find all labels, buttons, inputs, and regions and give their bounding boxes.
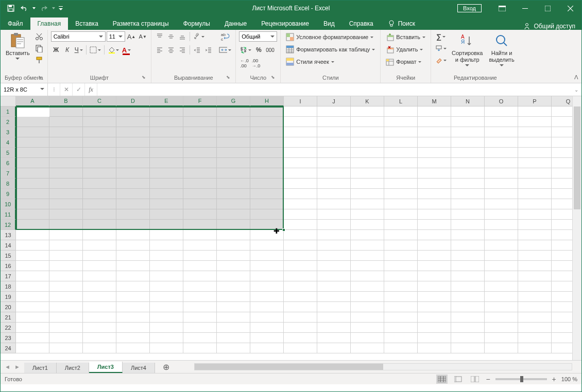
cell[interactable] bbox=[351, 189, 384, 199]
cell[interactable] bbox=[250, 230, 284, 240]
cell[interactable] bbox=[83, 292, 116, 302]
cell[interactable] bbox=[16, 158, 49, 168]
cell[interactable] bbox=[83, 240, 116, 251]
cell[interactable] bbox=[317, 271, 351, 281]
cell[interactable] bbox=[183, 333, 217, 343]
cell[interactable] bbox=[518, 106, 552, 117]
cell[interactable] bbox=[284, 189, 317, 199]
italic-button[interactable]: К bbox=[62, 45, 73, 55]
cell[interactable] bbox=[83, 271, 116, 281]
cell[interactable] bbox=[351, 209, 384, 220]
cell[interactable] bbox=[485, 312, 518, 323]
cell[interactable] bbox=[116, 333, 150, 343]
cell[interactable] bbox=[518, 271, 552, 281]
cell[interactable] bbox=[317, 127, 351, 137]
cell[interactable] bbox=[485, 127, 518, 137]
cell[interactable] bbox=[116, 189, 150, 199]
cell[interactable] bbox=[317, 199, 351, 209]
cell[interactable] bbox=[451, 199, 485, 209]
cell[interactable] bbox=[183, 251, 217, 261]
cell[interactable] bbox=[150, 261, 183, 271]
cell[interactable] bbox=[451, 158, 485, 168]
cell[interactable] bbox=[83, 302, 116, 312]
maximize-button[interactable] bbox=[536, 1, 559, 16]
cell[interactable] bbox=[49, 168, 83, 179]
cell[interactable] bbox=[250, 333, 284, 343]
row-header[interactable]: 19 bbox=[1, 292, 16, 302]
cell[interactable] bbox=[250, 292, 284, 302]
cell[interactable] bbox=[384, 292, 418, 302]
cell[interactable] bbox=[418, 292, 451, 302]
cell[interactable] bbox=[485, 209, 518, 220]
cell[interactable] bbox=[451, 117, 485, 127]
comma-button[interactable]: 000 bbox=[265, 45, 276, 55]
cell[interactable] bbox=[418, 148, 451, 158]
cell[interactable] bbox=[217, 117, 250, 127]
cell[interactable] bbox=[49, 230, 83, 240]
cell[interactable] bbox=[217, 292, 250, 302]
fill-color-button[interactable] bbox=[107, 45, 120, 55]
cell[interactable] bbox=[418, 127, 451, 137]
cell[interactable] bbox=[351, 261, 384, 271]
cell[interactable] bbox=[183, 220, 217, 230]
cell[interactable] bbox=[284, 148, 317, 158]
cell[interactable] bbox=[351, 148, 384, 158]
copy-button[interactable] bbox=[34, 43, 44, 54]
cell[interactable] bbox=[150, 148, 183, 158]
cell[interactable] bbox=[16, 343, 49, 353]
formula-dropdown[interactable]: ⁝ bbox=[48, 83, 60, 96]
cell[interactable] bbox=[351, 230, 384, 240]
cell[interactable] bbox=[250, 127, 284, 137]
cell[interactable] bbox=[49, 148, 83, 158]
cell[interactable] bbox=[217, 168, 250, 179]
cell[interactable] bbox=[451, 220, 485, 230]
sheet-tab[interactable]: Лист4 bbox=[123, 363, 155, 373]
cell[interactable] bbox=[16, 251, 49, 261]
bold-button[interactable]: Ж bbox=[51, 45, 61, 55]
cell[interactable] bbox=[217, 333, 250, 343]
cell[interactable] bbox=[485, 292, 518, 302]
cell[interactable] bbox=[83, 106, 116, 117]
cell[interactable] bbox=[485, 168, 518, 179]
cell[interactable] bbox=[284, 261, 317, 271]
cell[interactable] bbox=[485, 271, 518, 281]
cell[interactable] bbox=[83, 209, 116, 220]
cell[interactable] bbox=[16, 117, 49, 127]
cell[interactable] bbox=[217, 302, 250, 312]
cell[interactable] bbox=[250, 281, 284, 292]
cell[interactable] bbox=[451, 343, 485, 353]
cell[interactable] bbox=[16, 137, 49, 148]
cell[interactable] bbox=[518, 127, 552, 137]
cell[interactable] bbox=[150, 106, 183, 117]
cell[interactable] bbox=[116, 251, 150, 261]
cell[interactable] bbox=[49, 323, 83, 333]
cell[interactable] bbox=[49, 179, 83, 189]
cell[interactable] bbox=[485, 117, 518, 127]
cell[interactable] bbox=[384, 137, 418, 148]
cell[interactable] bbox=[16, 127, 49, 137]
cell[interactable] bbox=[485, 106, 518, 117]
expand-formula-bar[interactable]: ⌄ bbox=[571, 83, 581, 96]
cell[interactable] bbox=[83, 343, 116, 353]
cell[interactable] bbox=[518, 168, 552, 179]
cell[interactable] bbox=[284, 312, 317, 323]
cell[interactable] bbox=[485, 302, 518, 312]
undo-button[interactable] bbox=[18, 2, 30, 14]
find-select-button[interactable]: Найти и выделить bbox=[487, 31, 516, 67]
cell[interactable] bbox=[284, 251, 317, 261]
cell[interactable] bbox=[183, 281, 217, 292]
column-header[interactable]: G bbox=[217, 96, 250, 106]
cell[interactable] bbox=[418, 251, 451, 261]
cell[interactable] bbox=[16, 333, 49, 343]
enter-formula-button[interactable]: ✓ bbox=[73, 83, 85, 96]
normal-view-button[interactable] bbox=[436, 375, 448, 384]
tab-home[interactable]: Главная bbox=[30, 17, 69, 30]
cell[interactable] bbox=[250, 251, 284, 261]
cell[interactable] bbox=[49, 343, 83, 353]
cell[interactable] bbox=[150, 292, 183, 302]
cell[interactable] bbox=[485, 158, 518, 168]
cell[interactable] bbox=[150, 312, 183, 323]
cell[interactable] bbox=[485, 148, 518, 158]
cell[interactable] bbox=[116, 281, 150, 292]
format-painter-button[interactable] bbox=[34, 55, 44, 65]
